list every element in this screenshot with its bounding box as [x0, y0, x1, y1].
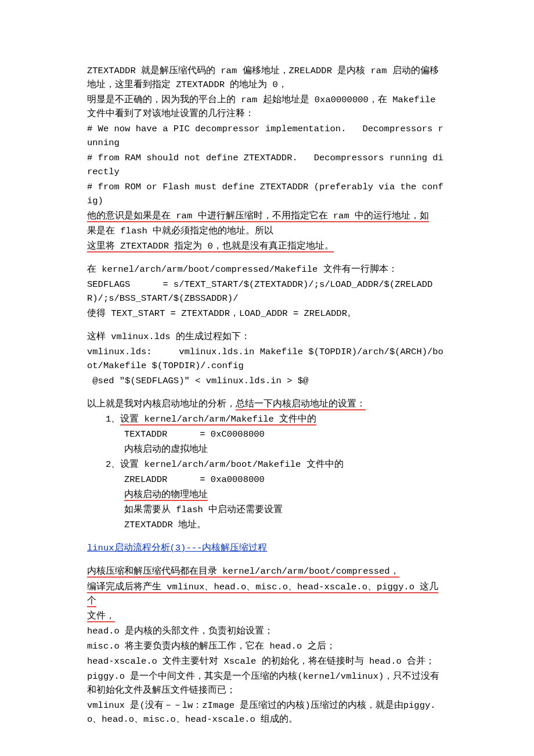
list-item-detail: ZRELADDR = 0xa0008000 [87, 473, 447, 487]
text: 以上就是我对内核启动地址的分析， [87, 399, 236, 409]
paragraph: 这里将 ZTEXTADDR 指定为 0，也就是没有真正指定地址。 [87, 239, 447, 253]
paragraph: ZTEXTADDR 就是解压缩代码的 ram 偏移地址，ZRELADDR 是内核… [87, 64, 447, 92]
document-page: ZTEXTADDR 就是解压缩代码的 ram 偏移地址，ZRELADDR 是内核… [0, 0, 534, 756]
list-item-detail: 内核启动的虚拟地址 [87, 442, 447, 456]
list-item: 1、设置 kernel/arch/arm/Makefile 文件中的 [87, 412, 447, 426]
paragraph: 明显是不正确的，因为我的平台上的 ram 起始地址是 0xa0000000，在 … [87, 93, 447, 121]
section-link: linux启动流程分析(3)---内核解压缩过程 [87, 541, 447, 555]
list-item-detail: TEXTADDR = 0xC0008000 [87, 427, 447, 441]
list-item-detail: 如果需要从 flash 中启动还需要设置 [87, 503, 447, 517]
paragraph: 使得 TEXT_START = ZTEXTADDR，LOAD_ADDR = ZR… [87, 307, 447, 321]
list-item: 2、设置 kernel/arch/arm/boot/Makefile 文件中的 [87, 458, 447, 471]
highlighted-text: 这里将 ZTEXTADDR 指定为 0，也就是没有真正指定地址。 [87, 241, 334, 251]
code-comment: # We now have a PIC decompressor impleme… [87, 122, 447, 150]
code-line: vmlinux.lds: vmlinux.lds.in Makefile $(T… [87, 345, 447, 373]
paragraph: misc.o 将主要负责内核的解压工作，它在 head.o 之后； [87, 639, 447, 653]
link-kernel-decompress[interactable]: linux启动流程分析(3)---内核解压缩过程 [87, 543, 267, 553]
paragraph: 文件， [87, 609, 447, 623]
paragraph: 他的意识是如果是在 ram 中进行解压缩时，不用指定它在 ram 中的运行地址，… [87, 209, 447, 223]
paragraph: 这样 vmlinux.lds 的生成过程如下： [87, 330, 447, 344]
paragraph: 以上就是我对内核启动地址的分析，总结一下内核启动地址的设置： [87, 397, 447, 411]
paragraph: vmlinux 是(没有－－lw：zImage 是压缩过的内核)压缩过的内核，就… [87, 699, 447, 726]
paragraph: head-xscale.o 文件主要针对 Xscale 的初始化，将在链接时与 … [87, 654, 447, 668]
list-item-detail: 内核启动的物理地址 [87, 488, 447, 502]
highlighted-text: 他的意识是如果是在 ram 中进行解压缩时，不用指定它在 ram 中的运行地址，… [87, 211, 429, 221]
highlighted-text: 内核压缩和解压缩代码都在目录 kernel/arch/arm/boot/comp… [87, 566, 399, 577]
paragraph: piggy.o 是一个中间文件，其实是一个压缩的内核(kernel/vmlinu… [87, 669, 447, 697]
code-line: SEDFLAGS = s/TEXT_START/$(ZTEXTADDR)/;s/… [87, 278, 447, 305]
highlighted-text: 总结一下内核启动地址的设置： [236, 399, 366, 409]
paragraph: 内核压缩和解压缩代码都在目录 kernel/arch/arm/boot/comp… [87, 564, 447, 578]
paragraph: 在 kernel/arch/arm/boot/compressed/Makefi… [87, 262, 447, 276]
highlighted-text: 设置 kernel/arch/arm/Makefile 文件中的 [120, 414, 316, 424]
code-comment: # from RAM should not define ZTEXTADDR. … [87, 151, 447, 179]
list-item-detail: ZTEXTADDR 地址。 [87, 518, 447, 532]
list-marker: 1、 [106, 414, 120, 424]
code-comment: # from ROM or Flash must define ZTEXTADD… [87, 180, 447, 208]
highlighted-text: 编译完成后将产生 vmlinux、head.o、misc.o、head-xsca… [87, 582, 438, 606]
code-line: @sed "$(SEDFLAGS)" < vmlinux.lds.in > $@ [87, 374, 447, 388]
paragraph: 编译完成后将产生 vmlinux、head.o、misc.o、head-xsca… [87, 580, 447, 608]
highlighted-text: 内核启动的物理地址 [124, 489, 208, 500]
highlighted-text: 文件， [87, 611, 115, 621]
paragraph: head.o 是内核的头部文件，负责初始设置； [87, 624, 447, 638]
paragraph: 果是在 flash 中就必须指定他的地址。所以 [87, 224, 447, 238]
